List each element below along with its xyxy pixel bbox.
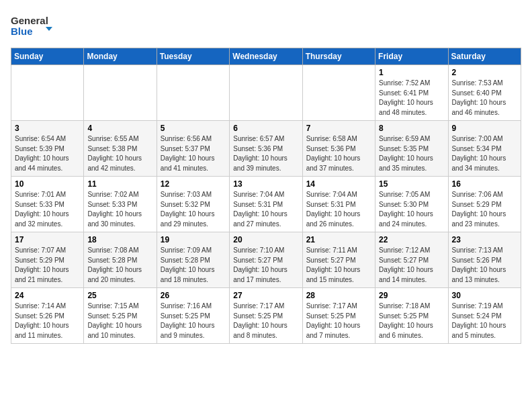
day-info: Sunrise: 7:00 AMSunset: 5:34 PMDaylight:… xyxy=(452,134,517,173)
day-number: 3 xyxy=(15,124,80,133)
day-info: Sunrise: 7:08 AMSunset: 5:28 PMDaylight:… xyxy=(87,246,152,285)
calendar-cell xyxy=(157,65,229,121)
day-number: 13 xyxy=(233,179,298,189)
calendar-cell: 18Sunrise: 7:08 AMSunset: 5:28 PMDayligh… xyxy=(84,232,157,288)
calendar-cell: 21Sunrise: 7:11 AMSunset: 5:27 PMDayligh… xyxy=(302,232,375,288)
calendar-cell: 17Sunrise: 7:07 AMSunset: 5:29 PMDayligh… xyxy=(11,232,84,288)
day-info: Sunrise: 7:16 AMSunset: 5:25 PMDaylight:… xyxy=(161,302,226,340)
day-number: 24 xyxy=(15,291,80,300)
day-number: 23 xyxy=(452,235,517,244)
day-number: 4 xyxy=(87,124,152,133)
day-info: Sunrise: 7:05 AMSunset: 5:30 PMDaylight:… xyxy=(379,190,444,229)
calendar-week-row: 17Sunrise: 7:07 AMSunset: 5:29 PMDayligh… xyxy=(11,232,521,288)
day-number: 11 xyxy=(87,179,152,189)
day-info: Sunrise: 6:59 AMSunset: 5:35 PMDaylight:… xyxy=(379,134,444,173)
day-info: Sunrise: 6:55 AMSunset: 5:38 PMDaylight:… xyxy=(87,134,152,173)
calendar-cell xyxy=(230,65,302,121)
day-info: Sunrise: 7:01 AMSunset: 5:33 PMDaylight:… xyxy=(15,190,80,229)
day-number: 19 xyxy=(161,235,226,244)
day-number: 29 xyxy=(379,291,444,300)
day-info: Sunrise: 7:06 AMSunset: 5:29 PMDaylight:… xyxy=(452,190,517,229)
day-info: Sunrise: 6:56 AMSunset: 5:37 PMDaylight:… xyxy=(161,134,226,173)
calendar-cell: 23Sunrise: 7:13 AMSunset: 5:26 PMDayligh… xyxy=(448,232,521,288)
calendar-cell: 27Sunrise: 7:17 AMSunset: 5:25 PMDayligh… xyxy=(230,288,302,344)
day-number: 16 xyxy=(452,179,517,189)
calendar-cell: 14Sunrise: 7:04 AMSunset: 5:31 PMDayligh… xyxy=(302,177,375,232)
day-number: 21 xyxy=(306,235,371,244)
calendar-cell: 28Sunrise: 7:17 AMSunset: 5:25 PMDayligh… xyxy=(302,288,375,344)
calendar-week-row: 1Sunrise: 7:52 AMSunset: 6:41 PMDaylight… xyxy=(11,65,521,121)
calendar-cell: 16Sunrise: 7:06 AMSunset: 5:29 PMDayligh… xyxy=(448,177,521,232)
day-info: Sunrise: 7:18 AMSunset: 5:25 PMDaylight:… xyxy=(379,302,444,340)
day-number: 10 xyxy=(15,179,80,189)
day-info: Sunrise: 7:52 AMSunset: 6:41 PMDaylight:… xyxy=(379,79,444,118)
weekday-header-thursday: Thursday xyxy=(302,48,375,65)
calendar-cell: 2Sunrise: 7:53 AMSunset: 6:40 PMDaylight… xyxy=(448,65,521,121)
day-info: Sunrise: 7:14 AMSunset: 5:26 PMDaylight:… xyxy=(15,302,80,340)
calendar-week-row: 3Sunrise: 6:54 AMSunset: 5:39 PMDaylight… xyxy=(11,121,521,177)
day-info: Sunrise: 7:07 AMSunset: 5:29 PMDaylight:… xyxy=(15,246,80,285)
calendar-cell: 6Sunrise: 6:57 AMSunset: 5:36 PMDaylight… xyxy=(230,121,302,177)
day-info: Sunrise: 7:13 AMSunset: 5:26 PMDaylight:… xyxy=(452,246,517,285)
day-number: 2 xyxy=(452,68,517,77)
logo: General Blue xyxy=(11,11,58,41)
day-number: 18 xyxy=(87,235,152,244)
calendar-cell xyxy=(84,65,157,121)
day-info: Sunrise: 7:15 AMSunset: 5:25 PMDaylight:… xyxy=(87,302,152,340)
calendar-cell: 5Sunrise: 6:56 AMSunset: 5:37 PMDaylight… xyxy=(157,121,229,177)
day-number: 1 xyxy=(379,68,444,77)
calendar-cell: 8Sunrise: 6:59 AMSunset: 5:35 PMDaylight… xyxy=(375,121,448,177)
calendar-body: 1Sunrise: 7:52 AMSunset: 6:41 PMDaylight… xyxy=(11,65,521,344)
svg-text:General: General xyxy=(11,15,48,26)
logo-text: General Blue xyxy=(11,11,58,41)
day-info: Sunrise: 7:04 AMSunset: 5:31 PMDaylight:… xyxy=(306,190,371,229)
day-number: 15 xyxy=(379,179,444,189)
day-number: 17 xyxy=(15,235,80,244)
calendar-header-row: SundayMondayTuesdayWednesdayThursdayFrid… xyxy=(11,48,521,65)
day-number: 12 xyxy=(161,179,226,189)
day-info: Sunrise: 6:54 AMSunset: 5:39 PMDaylight:… xyxy=(15,134,80,173)
day-number: 25 xyxy=(87,291,152,300)
weekday-header-friday: Friday xyxy=(375,48,448,65)
day-info: Sunrise: 7:17 AMSunset: 5:25 PMDaylight:… xyxy=(306,302,371,340)
svg-marker-1 xyxy=(46,27,52,31)
day-info: Sunrise: 7:11 AMSunset: 5:27 PMDaylight:… xyxy=(306,246,371,285)
weekday-header-tuesday: Tuesday xyxy=(157,48,229,65)
calendar-cell: 10Sunrise: 7:01 AMSunset: 5:33 PMDayligh… xyxy=(11,177,84,232)
day-number: 30 xyxy=(452,291,517,300)
calendar-cell: 22Sunrise: 7:12 AMSunset: 5:27 PMDayligh… xyxy=(375,232,448,288)
day-info: Sunrise: 7:02 AMSunset: 5:33 PMDaylight:… xyxy=(87,190,152,229)
calendar-cell: 11Sunrise: 7:02 AMSunset: 5:33 PMDayligh… xyxy=(84,177,157,232)
weekday-header-sunday: Sunday xyxy=(11,48,84,65)
page-header: General Blue xyxy=(11,11,521,41)
calendar-cell: 1Sunrise: 7:52 AMSunset: 6:41 PMDaylight… xyxy=(375,65,448,121)
calendar-cell: 13Sunrise: 7:04 AMSunset: 5:31 PMDayligh… xyxy=(230,177,302,232)
calendar-week-row: 24Sunrise: 7:14 AMSunset: 5:26 PMDayligh… xyxy=(11,288,521,344)
weekday-header-wednesday: Wednesday xyxy=(230,48,302,65)
calendar-cell: 20Sunrise: 7:10 AMSunset: 5:27 PMDayligh… xyxy=(230,232,302,288)
day-number: 7 xyxy=(306,124,371,133)
day-number: 9 xyxy=(452,124,517,133)
day-number: 20 xyxy=(233,235,298,244)
day-info: Sunrise: 7:19 AMSunset: 5:24 PMDaylight:… xyxy=(452,302,517,340)
calendar-cell: 25Sunrise: 7:15 AMSunset: 5:25 PMDayligh… xyxy=(84,288,157,344)
day-number: 5 xyxy=(161,124,226,133)
day-number: 8 xyxy=(379,124,444,133)
calendar-cell xyxy=(11,65,84,121)
day-info: Sunrise: 7:03 AMSunset: 5:32 PMDaylight:… xyxy=(161,190,226,229)
calendar-cell: 7Sunrise: 6:58 AMSunset: 5:36 PMDaylight… xyxy=(302,121,375,177)
calendar-table: SundayMondayTuesdayWednesdayThursdayFrid… xyxy=(11,48,521,344)
day-info: Sunrise: 7:17 AMSunset: 5:25 PMDaylight:… xyxy=(233,302,298,340)
calendar-cell xyxy=(302,65,375,121)
calendar-cell: 30Sunrise: 7:19 AMSunset: 5:24 PMDayligh… xyxy=(448,288,521,344)
day-info: Sunrise: 6:57 AMSunset: 5:36 PMDaylight:… xyxy=(233,134,298,173)
weekday-header-saturday: Saturday xyxy=(448,48,521,65)
day-info: Sunrise: 7:53 AMSunset: 6:40 PMDaylight:… xyxy=(452,79,517,118)
svg-text:Blue: Blue xyxy=(11,26,33,37)
day-info: Sunrise: 7:12 AMSunset: 5:27 PMDaylight:… xyxy=(379,246,444,285)
day-number: 22 xyxy=(379,235,444,244)
calendar-cell: 15Sunrise: 7:05 AMSunset: 5:30 PMDayligh… xyxy=(375,177,448,232)
calendar-cell: 26Sunrise: 7:16 AMSunset: 5:25 PMDayligh… xyxy=(157,288,229,344)
calendar-cell: 12Sunrise: 7:03 AMSunset: 5:32 PMDayligh… xyxy=(157,177,229,232)
day-number: 14 xyxy=(306,179,371,189)
